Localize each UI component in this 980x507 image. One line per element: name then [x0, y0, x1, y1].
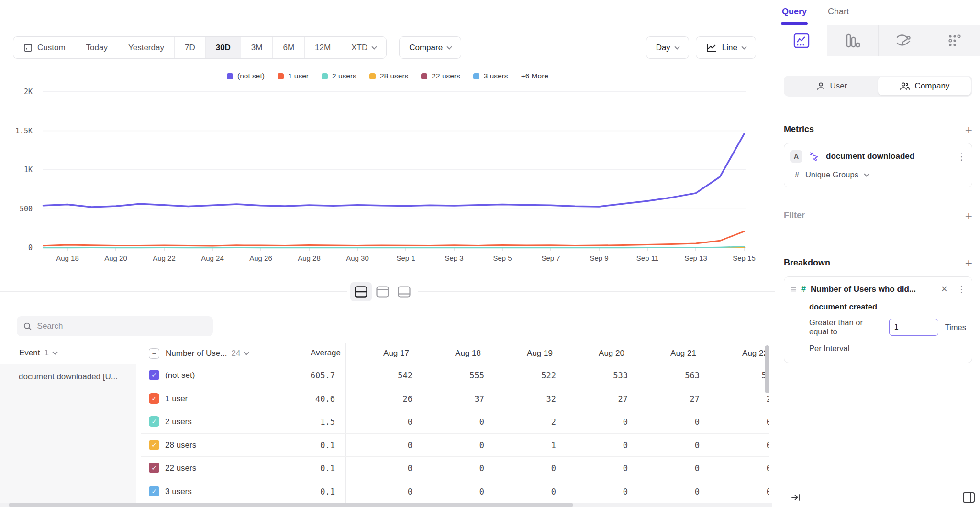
collapse-panel-icon[interactable]: [791, 493, 801, 502]
group-column-label: Number of Use...: [166, 349, 227, 358]
date-range-7d[interactable]: 7D: [175, 37, 206, 58]
metric-menu-button[interactable]: ⋮: [957, 152, 966, 161]
date-range-label: 6M: [283, 43, 294, 53]
date-column-header[interactable]: Aug 18: [432, 343, 504, 363]
row-divider: [141, 480, 769, 480]
add-filter-button[interactable]: +: [965, 211, 972, 220]
select-all-checkbox[interactable]: –: [149, 348, 159, 359]
date-column-header[interactable]: Aug 20: [576, 343, 647, 363]
chart-type-bar[interactable]: [827, 25, 878, 56]
date-range-xtd[interactable]: XTD: [341, 37, 386, 58]
line-chart: 05001K1.5K2KAug 18Aug 20Aug 22Aug 24Aug …: [0, 67, 775, 268]
date-range-6m[interactable]: 6M: [273, 37, 305, 58]
x-axis-label: Sep 1: [396, 254, 415, 262]
panel-footer: [776, 487, 980, 507]
chart-type-matrix[interactable]: [929, 25, 980, 56]
date-range-label: 3M: [251, 43, 263, 53]
tab-chart[interactable]: Chart: [828, 7, 849, 25]
breakdown-property-name: Number of Users who did...: [811, 285, 936, 294]
date-range-30d[interactable]: 30D: [206, 37, 241, 58]
cell-value: 533: [576, 371, 628, 380]
date-column-header[interactable]: Aug 19: [504, 343, 576, 363]
chevron-down-icon: [244, 350, 249, 355]
chart-type-line[interactable]: [776, 25, 827, 56]
metrics-title: Metrics: [784, 124, 814, 134]
cell-value: 0: [719, 463, 769, 473]
date-range-yesterday[interactable]: Yesterday: [118, 37, 175, 58]
row-label: (not set): [165, 371, 195, 380]
layout-toggle-table-bottom-view[interactable]: [393, 282, 415, 301]
date-column-header[interactable]: Aug 17: [360, 343, 432, 363]
cell-value: 27: [647, 394, 700, 404]
date-range-3m[interactable]: 3M: [241, 37, 273, 58]
metric-badge: A: [790, 150, 802, 163]
row-checkbox[interactable]: ✓: [149, 416, 159, 427]
table-search: [17, 316, 213, 336]
cell-value: 522: [504, 371, 556, 380]
chevron-down-icon: [372, 44, 377, 49]
interval-dropdown[interactable]: Day: [646, 36, 689, 59]
table-vertical-scrollbar[interactable]: [765, 345, 769, 393]
cell-value: 0: [647, 417, 700, 427]
layout-toggle-split-view[interactable]: [350, 282, 372, 301]
cell-value: 0: [504, 487, 556, 496]
user-icon: [816, 82, 825, 91]
breakdown-card[interactable]: # Number of Users who did... × ⋮ documen…: [784, 276, 972, 363]
user-label: User: [830, 81, 847, 91]
compare-button[interactable]: Compare: [399, 36, 461, 59]
series-line--not-set-[interactable]: [44, 134, 745, 207]
event-name-cell[interactable]: document downloaded [U...: [0, 364, 136, 504]
drag-handle-icon[interactable]: [790, 287, 796, 292]
x-axis-label: Sep 5: [493, 254, 512, 262]
add-breakdown-button[interactable]: +: [965, 258, 972, 268]
event-column-dropdown[interactable]: Event 1: [19, 348, 57, 358]
cell-value: 0: [719, 441, 769, 450]
layout-toggle-table-top-view[interactable]: [372, 282, 393, 301]
scope-option-user[interactable]: User: [785, 77, 878, 95]
company-icon: [900, 82, 910, 91]
row-label: 28 users: [165, 441, 196, 450]
calendar-icon: [23, 43, 33, 52]
remove-breakdown-button[interactable]: ×: [941, 284, 947, 295]
x-axis-label: Sep 15: [733, 254, 756, 262]
row-checkbox[interactable]: ✓: [149, 393, 159, 404]
date-range-label: 7D: [185, 43, 195, 53]
row-divider: [141, 456, 769, 457]
row-checkbox[interactable]: ✓: [149, 370, 159, 380]
row-checkbox[interactable]: ✓: [149, 463, 159, 473]
date-column-header[interactable]: Aug 22: [719, 343, 769, 363]
layout-toggle-group: [347, 281, 418, 302]
scope-option-company[interactable]: Company: [878, 77, 971, 95]
measure-dropdown[interactable]: # Unique Groups: [795, 170, 966, 179]
row-divider: [141, 410, 769, 410]
tab-query[interactable]: Query: [782, 7, 807, 25]
date-column-header[interactable]: Aug 21: [647, 343, 719, 363]
chart-type-flow[interactable]: [878, 25, 929, 56]
date-range-label: Custom: [37, 43, 66, 53]
x-axis-label: Sep 11: [636, 254, 658, 262]
add-metric-button[interactable]: +: [965, 125, 972, 134]
cell-value: 0: [504, 463, 556, 473]
search-input[interactable]: [37, 321, 206, 331]
metric-event-name: document downloaded: [826, 152, 951, 161]
chevron-down-icon: [52, 349, 57, 354]
row-checkbox[interactable]: ✓: [149, 440, 159, 450]
event-click-icon: [809, 151, 820, 162]
date-range-custom[interactable]: Custom: [13, 37, 76, 58]
y-axis-label: 1.5K: [15, 127, 33, 135]
condition-value-input[interactable]: [889, 319, 938, 336]
breakdown-menu-button[interactable]: ⋮: [957, 285, 966, 294]
condition-label: Greater than or equal to: [809, 318, 882, 336]
date-range-today[interactable]: Today: [76, 37, 118, 58]
series-line-2-users[interactable]: [44, 246, 745, 248]
table-horizontal-scrollbar[interactable]: [0, 503, 772, 507]
chart-style-dropdown[interactable]: Line: [696, 36, 756, 59]
row-checkbox[interactable]: ✓: [149, 486, 159, 496]
toggle-sidebar-icon[interactable]: [962, 492, 975, 503]
series-line-1-user[interactable]: [44, 231, 745, 246]
cell-value: 0: [432, 441, 484, 450]
metric-card[interactable]: A document downloaded ⋮ # Unique Groups: [784, 143, 972, 187]
event-count: 1: [44, 348, 48, 358]
date-range-12m[interactable]: 12M: [305, 37, 341, 58]
line-chart-icon: [706, 43, 717, 53]
